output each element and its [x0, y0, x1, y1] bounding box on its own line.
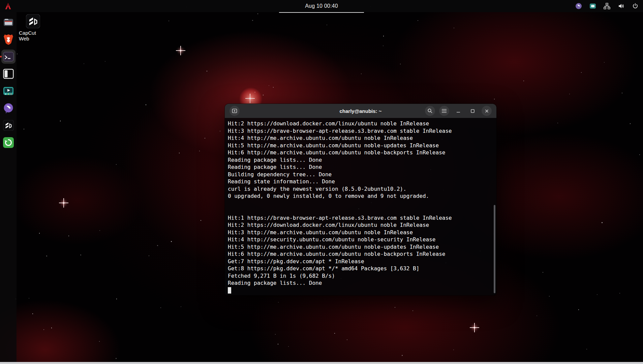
terminal-line: 0 upgraded, 0 newly installed, 0 to remo… — [228, 192, 493, 200]
dock-item-files[interactable] — [1, 15, 16, 29]
maximize-button[interactable] — [467, 106, 478, 116]
star — [149, 255, 149, 256]
terminal-line: Hit:5 http://me.archive.ubuntu.com/ubunt… — [228, 243, 493, 251]
running-indicator-dot — [0, 56, 2, 58]
star — [412, 310, 413, 311]
star — [454, 28, 454, 28]
star — [254, 92, 255, 93]
star — [273, 87, 274, 88]
star — [622, 93, 622, 93]
terminal-cursor — [228, 287, 231, 294]
star — [116, 299, 117, 299]
star — [278, 302, 279, 303]
star — [523, 81, 524, 81]
star — [199, 151, 200, 151]
terminal-line: curl is already the newest version (8.5.… — [228, 185, 493, 193]
star — [263, 95, 264, 95]
star-sparkle — [59, 198, 68, 208]
star — [157, 245, 158, 246]
star — [181, 306, 181, 307]
dock-item-media-app[interactable] — [1, 84, 16, 98]
star — [160, 307, 161, 308]
star — [400, 64, 401, 64]
network-icon[interactable] — [603, 2, 611, 10]
star — [205, 138, 205, 139]
terminal-titlebar[interactable]: charly@anubis: ~ — [225, 104, 496, 118]
star — [207, 71, 207, 71]
star — [32, 313, 33, 314]
new-tab-button[interactable] — [229, 106, 240, 116]
star — [549, 296, 550, 297]
star — [581, 72, 582, 73]
star — [201, 220, 201, 221]
terminal-line: Reading package lists... Done — [228, 156, 493, 164]
star — [80, 254, 81, 255]
star — [220, 131, 220, 131]
star — [116, 358, 117, 359]
star — [169, 21, 169, 21]
clock[interactable]: Aug 10 00:40 — [0, 3, 643, 9]
star — [288, 346, 289, 347]
terminal-output: Hit:2 https://download.docker.com/linux/… — [228, 120, 493, 287]
star — [99, 230, 100, 231]
star — [24, 129, 24, 129]
star-sparkle — [245, 94, 255, 103]
star — [146, 104, 146, 105]
dock — [0, 12, 17, 364]
top-bar: Aug 10 00:40 — [0, 0, 643, 12]
terminal-line: Hit:6 http://me.archive.ubuntu.com/ubunt… — [228, 250, 493, 258]
dock-item-brave-browser[interactable] — [1, 32, 16, 47]
star — [334, 333, 335, 334]
terminal-line: Hit:4 http://me.archive.ubuntu.com/ubunt… — [228, 134, 493, 142]
app-indicator-icon[interactable] — [588, 2, 597, 10]
dock-item-viber[interactable] — [1, 101, 16, 115]
star — [116, 164, 117, 165]
star — [252, 20, 253, 21]
star — [395, 307, 395, 308]
shortcut-label: CapCut Web — [19, 30, 47, 41]
viber-indicator-icon[interactable] — [574, 2, 583, 10]
dock-item-terminal[interactable] — [1, 50, 16, 64]
terminal-line: Reading package lists... Done — [228, 279, 493, 287]
star — [39, 233, 40, 234]
desktop-shortcut-capcut-web[interactable]: CapCut Web — [19, 14, 47, 41]
terminal-line: Hit:5 http://me.archive.ubuntu.com/ubunt… — [228, 142, 493, 149]
star — [537, 315, 537, 316]
star — [597, 294, 598, 295]
star — [51, 328, 52, 328]
terminal-screen[interactable]: Hit:2 https://download.docker.com/linux/… — [225, 118, 496, 295]
star — [99, 341, 100, 342]
menu-button[interactable] — [439, 106, 449, 116]
star — [630, 123, 631, 124]
close-button[interactable] — [482, 106, 492, 116]
terminal-line: Hit:4 http://security.ubuntu.com/ubuntu … — [228, 236, 493, 243]
star — [105, 61, 105, 62]
dock-item-software-updater[interactable] — [1, 135, 16, 150]
star — [578, 309, 579, 310]
system-tray — [574, 0, 640, 12]
star — [543, 272, 543, 273]
star — [347, 339, 347, 340]
star — [557, 123, 558, 123]
terminal-line: Reading state information... Done — [228, 178, 493, 185]
star — [604, 62, 605, 63]
star — [46, 255, 47, 256]
volume-icon[interactable] — [617, 2, 625, 10]
terminal-line: Reading package lists... Done — [228, 163, 493, 171]
star — [84, 63, 84, 64]
dock-item-capcut[interactable] — [1, 118, 16, 132]
minimize-button[interactable] — [453, 106, 463, 116]
dock-item-sidebar-app[interactable] — [1, 67, 16, 81]
capcut-icon — [26, 14, 40, 28]
star — [619, 293, 620, 294]
star — [269, 85, 269, 86]
power-icon[interactable] — [631, 2, 640, 10]
search-button[interactable] — [425, 106, 435, 116]
star — [327, 25, 327, 25]
terminal-window: charly@anubis: ~ — [225, 104, 496, 295]
terminal-scrollbar[interactable] — [494, 205, 495, 293]
star — [179, 153, 180, 153]
star — [17, 54, 18, 54]
star — [361, 73, 362, 74]
star — [494, 99, 495, 99]
